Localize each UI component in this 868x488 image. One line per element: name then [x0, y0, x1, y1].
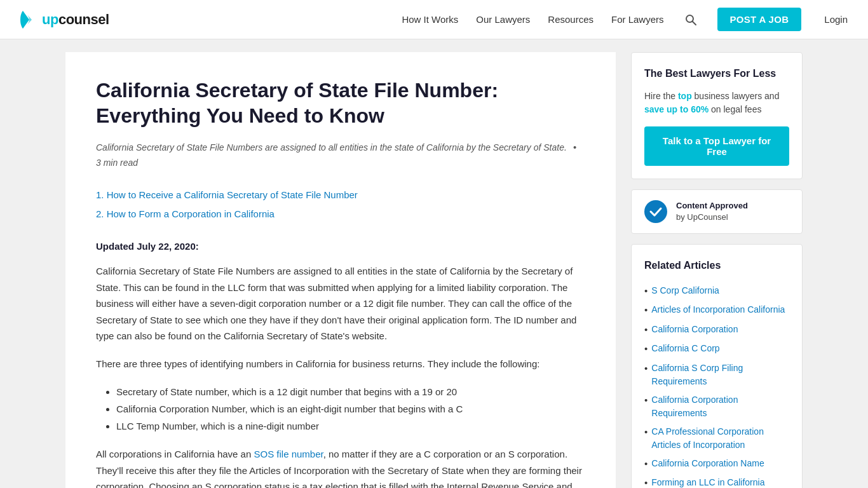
related-item-3: California C Corp — [644, 342, 789, 356]
lawyers-card-title: The Best Lawyers For Less — [644, 65, 789, 82]
login-link[interactable]: Login — [824, 12, 848, 27]
svg-point-2 — [644, 200, 667, 223]
related-item-6: CA Professional Corporation Articles of … — [644, 425, 789, 452]
lawyers-card-body: Hire the top business lawyers and save u… — [644, 90, 789, 116]
related-item-7: California Corporation Name — [644, 457, 789, 471]
updated-date: Updated July 22, 2020: — [96, 239, 585, 254]
toc-link-1[interactable]: 1. How to Receive a California Secretary… — [96, 186, 585, 205]
related-link-6[interactable]: CA Professional Corporation Articles of … — [651, 425, 789, 452]
main-nav: How It Works Our Lawyers Resources For L… — [402, 8, 848, 31]
related-link-3[interactable]: California C Corp — [651, 342, 719, 355]
sidebar: The Best Lawyers For Less Hire the top b… — [631, 52, 803, 488]
related-link-8[interactable]: Forming an LLC in California — [651, 476, 764, 488]
related-link-5[interactable]: California Corporation Requirements — [651, 393, 789, 420]
talk-lawyer-button[interactable]: Talk to a Top Lawyer for Free — [644, 126, 789, 166]
related-articles-list: S Corp California Articles of Incorporat… — [644, 284, 789, 488]
body-paragraph-2: There are three types of identifying num… — [96, 356, 585, 372]
subtitle-dot: • — [573, 142, 576, 152]
save-strong: save up to 60% — [644, 104, 709, 114]
nav-our-lawyers[interactable]: Our Lawyers — [476, 12, 530, 27]
sos-file-number-link[interactable]: SOS file number — [254, 449, 323, 459]
approved-text: Content Approved by UpCounsel — [676, 200, 748, 223]
related-articles-title: Related Articles — [644, 257, 789, 274]
post-job-button[interactable]: POST A JOB — [717, 8, 802, 31]
related-item-1: Articles of Incorporation California — [644, 303, 789, 318]
related-item-8: Forming an LLC in California — [644, 476, 789, 488]
bullet-list: Secretary of State number, which is a 12… — [116, 383, 585, 435]
related-link-1[interactable]: Articles of Incorporation California — [651, 303, 785, 316]
top-strong: top — [678, 91, 692, 101]
read-time: 3 min read — [96, 158, 138, 168]
nav-for-lawyers[interactable]: For Lawyers — [611, 12, 664, 27]
related-articles-card: Related Articles S Corp California Artic… — [631, 244, 803, 488]
body-paragraph-1: California Secretary of State File Numbe… — [96, 263, 585, 344]
search-icon — [684, 13, 697, 26]
related-item-0: S Corp California — [644, 284, 789, 299]
bullet-item-2: California Corporation Number, which is … — [116, 400, 585, 417]
site-header: upcounsel How It Works Our Lawyers Resou… — [0, 0, 868, 39]
body-paragraph-3: All corporations in California have an S… — [96, 446, 585, 488]
bullet-item-3: LLC Temp Number, which is a nine-digit n… — [116, 417, 585, 435]
related-item-5: California Corporation Requirements — [644, 393, 789, 420]
body-p3-start: All corporations in California have an — [96, 449, 254, 459]
related-item-2: California Corporation — [644, 323, 789, 337]
related-link-7[interactable]: California Corporation Name — [651, 457, 764, 470]
related-link-4[interactable]: California S Corp Filing Requirements — [651, 362, 789, 388]
main-layout: California Secretary of State File Numbe… — [53, 39, 815, 488]
related-link-2[interactable]: California Corporation — [651, 323, 738, 336]
svg-line-1 — [692, 21, 696, 25]
table-of-contents: 1. How to Receive a California Secretary… — [96, 186, 585, 224]
search-button[interactable] — [682, 11, 700, 29]
toc-link-2[interactable]: 2. How to Form a Corporation in Californ… — [96, 205, 585, 224]
approved-card: Content Approved by UpCounsel — [631, 189, 803, 234]
article-subtitle: California Secretary of State File Numbe… — [96, 142, 567, 152]
nav-how-it-works[interactable]: How It Works — [402, 12, 458, 27]
logo-text: upcounsel — [42, 8, 109, 30]
approved-line2: by UpCounsel — [676, 212, 728, 222]
article-title: California Secretary of State File Numbe… — [96, 78, 585, 128]
approved-line1: Content Approved — [676, 201, 748, 210]
bullet-item-1: Secretary of State number, which is a 12… — [116, 383, 585, 400]
article-content: California Secretary of State File Numbe… — [65, 52, 616, 488]
related-item-4: California S Corp Filing Requirements — [644, 362, 789, 388]
lawyers-card: The Best Lawyers For Less Hire the top b… — [631, 52, 803, 179]
approved-icon — [644, 200, 667, 223]
related-link-0[interactable]: S Corp California — [651, 284, 719, 297]
logo-icon — [20, 10, 38, 30]
logo[interactable]: upcounsel — [20, 8, 109, 30]
nav-resources[interactable]: Resources — [548, 12, 593, 27]
